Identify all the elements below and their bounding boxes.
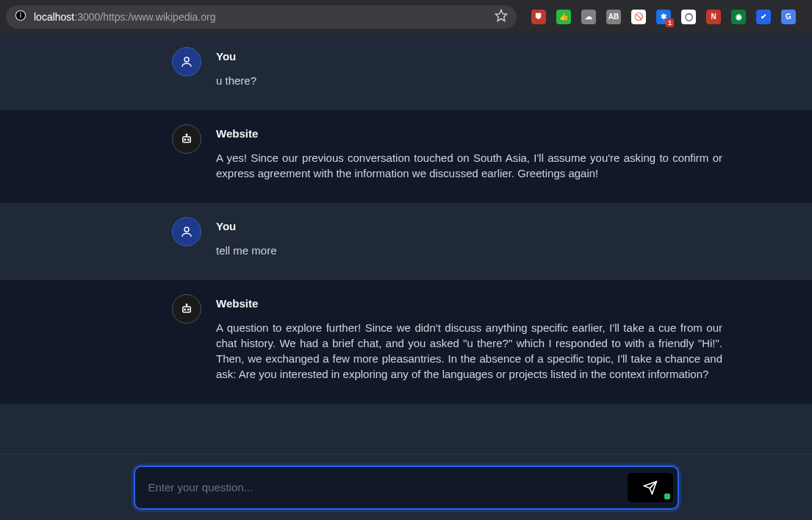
chat-area: Youu there?WebsiteA yes! Since our previ… xyxy=(0,33,812,454)
url-text: localhost:3000/https:/www.wikipedia.org xyxy=(34,11,215,23)
url-bar[interactable]: localhost:3000/https:/www.wikipedia.org xyxy=(6,5,517,29)
input-footer xyxy=(0,454,812,520)
user-message-row: Youtell me more xyxy=(0,203,812,280)
message-text: A yes! Since our previous conversation t… xyxy=(216,150,722,181)
svg-point-9 xyxy=(186,134,187,135)
message-text: u there? xyxy=(216,73,722,88)
svg-point-12 xyxy=(184,309,186,310)
noscript-icon[interactable]: N xyxy=(706,10,721,24)
extension-badge: 1 xyxy=(666,18,674,27)
question-input[interactable] xyxy=(148,481,620,494)
thumb-icon[interactable]: 👍 xyxy=(556,10,571,24)
target-icon[interactable]: ◉ xyxy=(731,10,746,24)
abp-icon[interactable]: AB xyxy=(606,10,621,24)
check-icon[interactable]: ✔ xyxy=(756,10,771,24)
bot-message-row: WebsiteA question to explore further! Si… xyxy=(0,280,812,404)
svg-point-2 xyxy=(21,13,21,13)
url-rest: :3000/https:/www.wikipedia.org xyxy=(74,11,215,23)
question-input-wrap xyxy=(134,466,679,510)
svg-point-13 xyxy=(188,309,190,310)
url-host: localhost xyxy=(34,11,74,23)
message-text: tell me more xyxy=(216,243,722,258)
bookmark-star-icon[interactable] xyxy=(495,9,508,24)
svg-marker-3 xyxy=(496,10,507,21)
privacy-icon[interactable]: 🚫 xyxy=(631,10,646,24)
send-button[interactable] xyxy=(628,473,673,502)
bot-avatar-icon xyxy=(172,124,201,154)
user-message-row: Youu there? xyxy=(0,33,812,110)
bot-message-row: WebsiteA yes! Since our previous convers… xyxy=(0,110,812,203)
ublock-icon[interactable]: ⛊ xyxy=(531,10,546,24)
translate-icon[interactable]: ✱1 xyxy=(656,10,671,24)
google-icon[interactable]: G xyxy=(781,10,796,24)
extension-icons: ⛊👍☁AB🚫✱1◯N◉✔G xyxy=(531,10,796,24)
svg-point-7 xyxy=(188,139,190,140)
message-author: Website xyxy=(216,127,722,140)
site-info-icon[interactable] xyxy=(15,10,26,24)
svg-point-10 xyxy=(184,227,189,232)
browser-toolbar: localhost:3000/https:/www.wikipedia.org … xyxy=(0,0,812,33)
svg-point-4 xyxy=(184,57,189,62)
message-text: A question to explore further! Since we … xyxy=(216,320,722,382)
message-author: You xyxy=(216,220,722,232)
status-dot-icon xyxy=(664,494,670,499)
bot-avatar-icon xyxy=(172,294,201,324)
user-avatar-icon xyxy=(172,47,201,76)
send-icon xyxy=(643,480,658,495)
svg-point-15 xyxy=(186,304,187,305)
user-avatar-icon xyxy=(172,217,201,246)
message-author: Website xyxy=(216,297,722,310)
svg-point-6 xyxy=(184,139,186,140)
circle-icon[interactable]: ◯ xyxy=(681,10,696,24)
message-author: You xyxy=(216,50,722,63)
octo-icon[interactable]: ☁ xyxy=(581,10,596,24)
